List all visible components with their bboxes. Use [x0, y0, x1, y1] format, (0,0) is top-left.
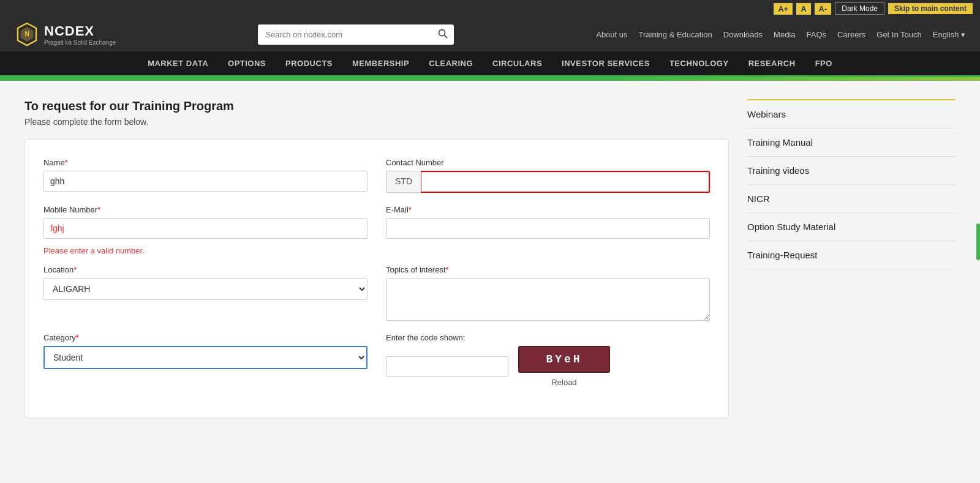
captcha-group: Enter the code shown: BYeH Reload — [386, 333, 710, 387]
nav-market-data[interactable]: MARKET DATA — [138, 51, 218, 75]
nav-clearing[interactable]: CLEARING — [419, 51, 483, 75]
training-request-form: Name* Contact Number STD Mobile Number* — [24, 139, 729, 418]
main-nav: MARKET DATA OPTIONS PRODUCTS MEMBERSHIP … — [0, 51, 980, 77]
email-input[interactable] — [386, 218, 710, 239]
search-button[interactable] — [432, 24, 454, 45]
nav-technology[interactable]: TECHNOLOGY — [660, 51, 739, 75]
email-group: E-Mail* — [386, 205, 710, 239]
captcha-image: BYeH — [518, 346, 610, 373]
svg-text:N: N — [24, 31, 29, 37]
downloads-link[interactable]: Downloads — [723, 30, 763, 39]
mobile-label: Mobile Number* — [43, 205, 368, 214]
contact-wrap: STD — [386, 171, 710, 193]
std-label: STD — [386, 171, 421, 193]
name-label: Name* — [43, 158, 368, 167]
category-label: Category* — [43, 333, 368, 342]
page-title: To request for our Training Program — [24, 99, 729, 113]
about-us-link[interactable]: About us — [596, 30, 627, 39]
sidebar-item-training-manual[interactable]: Training Manual — [747, 129, 956, 157]
topics-label: Topics of interest* — [386, 265, 710, 274]
top-nav: About us Training & Education Downloads … — [596, 30, 965, 39]
nav-circulars[interactable]: CIRCULARS — [483, 51, 552, 75]
access-bar: A+ A A- Dark Mode Skip to main content — [0, 0, 980, 17]
nav-fpo[interactable]: FPO — [805, 51, 842, 75]
topics-textarea[interactable] — [386, 278, 710, 321]
skip-to-main-link[interactable]: Skip to main content — [888, 3, 973, 14]
captcha-input-area: BYeH Reload — [386, 346, 710, 387]
name-group: Name* — [43, 158, 368, 193]
dark-mode-button[interactable]: Dark Mode — [835, 2, 884, 15]
search-input[interactable] — [258, 26, 432, 43]
email-label: E-Mail* — [386, 205, 710, 214]
name-input[interactable] — [43, 171, 368, 192]
careers-link[interactable]: Careers — [837, 30, 865, 39]
nav-products[interactable]: PRODUCTS — [276, 51, 342, 75]
form-row-name-contact: Name* Contact Number STD — [43, 158, 710, 193]
media-link[interactable]: Media — [774, 30, 795, 39]
sidebar-item-option-study-material[interactable]: Option Study Material — [747, 213, 956, 241]
form-subheading: Please complete the form below. — [24, 117, 729, 127]
category-group: Category* Student Professional Farmer Tr… — [43, 333, 368, 369]
logo-icon: N — [15, 22, 39, 47]
sidebar-nav: Webinars Training Manual Training videos… — [747, 99, 956, 269]
category-select[interactable]: Student Professional Farmer Trader — [43, 346, 368, 369]
form-row-category-captcha: Category* Student Professional Farmer Tr… — [43, 333, 710, 387]
contact-group: Contact Number STD — [386, 158, 710, 193]
captcha-input[interactable] — [386, 356, 508, 377]
main-content: To request for our Training Program Plea… — [24, 99, 729, 418]
nav-investor-services[interactable]: INVESTOR SERVICES — [552, 51, 660, 75]
captcha-label: Enter the code shown: — [386, 333, 710, 342]
nav-membership[interactable]: MEMBERSHIP — [342, 51, 419, 75]
sidebar: Webinars Training Manual Training videos… — [747, 99, 956, 418]
location-group: Location* ALIGARH AGRA DELHI MUMBAI BANG… — [43, 265, 368, 321]
sidebar-item-training-request[interactable]: Training-Request — [747, 241, 956, 269]
contact-number-input[interactable] — [421, 171, 710, 193]
form-row-mobile-email: Mobile Number* E-Mail* — [43, 205, 710, 239]
mobile-group: Mobile Number* — [43, 205, 368, 239]
nav-research[interactable]: RESEARCH — [739, 51, 805, 75]
search-bar — [128, 24, 584, 45]
font-size-normal-button[interactable]: A — [796, 3, 810, 15]
logo-tagline: Pragati ka Solid Exchange — [44, 39, 116, 46]
svg-line-4 — [445, 35, 448, 38]
search-icon — [438, 29, 448, 39]
sidebar-item-nicr[interactable]: NICR — [747, 185, 956, 213]
site-header: N NCDEX Pragati ka Solid Exchange About … — [0, 17, 980, 51]
sidebar-item-webinars[interactable]: Webinars — [747, 100, 956, 129]
location-label: Location* — [43, 265, 368, 274]
language-selector[interactable]: English ▾ — [933, 30, 965, 39]
topics-group: Topics of interest* — [386, 265, 710, 321]
validation-error-message: Please enter a valid number. — [43, 246, 710, 255]
mobile-input[interactable] — [43, 218, 368, 239]
font-size-minus-button[interactable]: A- — [815, 3, 832, 15]
location-select[interactable]: ALIGARH AGRA DELHI MUMBAI BANGALORE — [43, 278, 368, 300]
font-size-plus-button[interactable]: A+ — [774, 3, 793, 15]
sidebar-item-training-videos[interactable]: Training videos — [747, 157, 956, 185]
get-in-touch-link[interactable]: Get In Touch — [876, 30, 921, 39]
logo-name: NCDEX — [44, 23, 116, 39]
nav-options[interactable]: OPTIONS — [218, 51, 276, 75]
training-education-link[interactable]: Training & Education — [639, 30, 712, 39]
svg-point-3 — [439, 29, 445, 36]
contact-label: Contact Number — [386, 158, 710, 167]
reload-captcha-button[interactable]: Reload — [551, 378, 576, 387]
form-row-location-topics: Location* ALIGARH AGRA DELHI MUMBAI BANG… — [43, 265, 710, 321]
scroll-accent-bar — [976, 223, 980, 260]
faqs-link[interactable]: FAQs — [807, 30, 827, 39]
logo-area[interactable]: N NCDEX Pragati ka Solid Exchange — [15, 22, 116, 47]
